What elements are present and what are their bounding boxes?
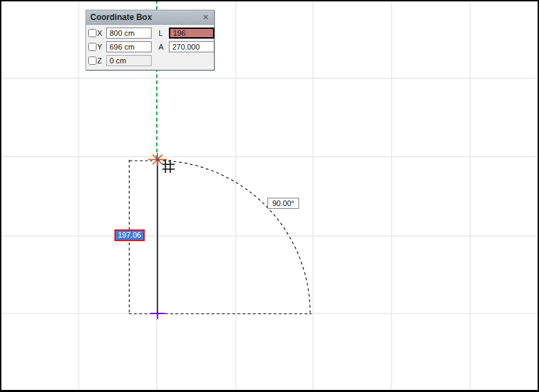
- y-value-field[interactable]: [106, 41, 152, 52]
- grid-lines: [0, 0, 539, 392]
- z-axis-label: Z: [96, 56, 106, 65]
- x-value-field[interactable]: [106, 28, 152, 39]
- coordinate-row-y: Y A: [88, 40, 212, 54]
- z-value-field[interactable]: [106, 55, 152, 66]
- endpoint-marker: [150, 313, 165, 320]
- dialog-titlebar[interactable]: Coordinate Box ×: [86, 10, 214, 25]
- length-label: L: [159, 29, 169, 37]
- drawing-canvas[interactable]: [0, 0, 539, 392]
- x-axis-label: X: [96, 29, 106, 37]
- y-lock-checkbox[interactable]: [88, 43, 96, 51]
- construction-lines: [129, 160, 312, 314]
- close-icon[interactable]: ×: [201, 13, 210, 21]
- angle-label: A: [159, 43, 169, 51]
- coordinate-box-dialog[interactable]: Coordinate Box × X L Y A Z: [85, 10, 214, 70]
- length-value-label[interactable]: 197.06: [114, 229, 145, 241]
- length-value-field[interactable]: [169, 28, 214, 39]
- angle-value-field[interactable]: [169, 41, 214, 52]
- cad-drawing-window: 197.06 90.00° Coordinate Box × X L Y A: [0, 0, 539, 392]
- y-axis-label: Y: [96, 43, 106, 51]
- z-lock-checkbox[interactable]: [88, 56, 96, 65]
- angle-value-label: 90.00°: [267, 198, 299, 209]
- grid-snap-cursor-icon: [163, 160, 175, 173]
- protractor-arc: [157, 161, 310, 313]
- coordinate-row-x: X L: [88, 26, 212, 40]
- dialog-title: Coordinate Box: [90, 12, 152, 22]
- x-lock-checkbox[interactable]: [88, 29, 96, 37]
- coordinate-row-z: Z: [88, 54, 212, 68]
